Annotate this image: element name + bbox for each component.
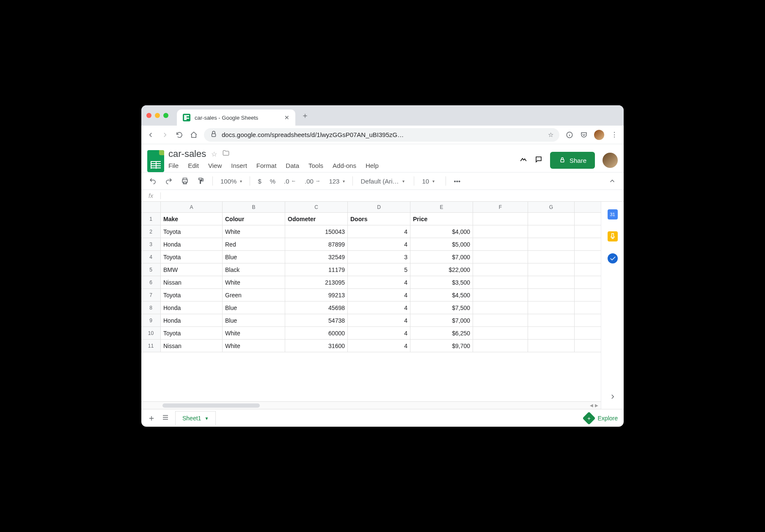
bookmark-star-icon[interactable]: ☆ xyxy=(548,131,553,139)
cell[interactable]: $3,500 xyxy=(410,276,473,288)
scrollbar-thumb[interactable] xyxy=(162,403,260,408)
font-selector[interactable]: Default (Ari… xyxy=(358,176,409,186)
col-header-c[interactable]: C xyxy=(285,202,348,212)
cell[interactable]: Honda xyxy=(161,302,223,314)
all-sheets-button[interactable] xyxy=(162,414,169,423)
cell[interactable]: $22,000 xyxy=(410,263,473,276)
calendar-sidebar-icon[interactable]: 31 xyxy=(608,209,618,219)
row-header[interactable]: 9 xyxy=(141,314,161,326)
cell[interactable]: Doors xyxy=(348,213,410,225)
col-header-b[interactable]: B xyxy=(223,202,285,212)
select-all-corner[interactable] xyxy=(141,202,161,212)
row-header[interactable]: 5 xyxy=(141,263,161,276)
row-header[interactable]: 3 xyxy=(141,238,161,250)
cell[interactable]: 31600 xyxy=(285,340,348,352)
menu-view[interactable]: View xyxy=(208,162,222,169)
print-button[interactable] xyxy=(179,176,191,186)
pocket-icon[interactable] xyxy=(580,131,588,139)
col-header-e[interactable]: E xyxy=(410,202,473,212)
back-button[interactable] xyxy=(146,131,155,139)
explore-button[interactable]: Explore xyxy=(584,414,618,423)
sheet-tab[interactable]: Sheet1 ▼ xyxy=(175,411,216,425)
cell[interactable]: 32549 xyxy=(285,251,348,263)
omnibox[interactable]: docs.google.com/spreadsheets/d/1lwyzGGsP… xyxy=(204,128,559,142)
increase-decimal-button[interactable]: .00→ xyxy=(302,176,323,186)
sheet-tab-menu-icon[interactable]: ▼ xyxy=(204,416,209,421)
paint-format-button[interactable] xyxy=(195,176,207,186)
menu-edit[interactable]: Edit xyxy=(188,162,199,169)
doc-title[interactable]: car-sales xyxy=(168,148,206,159)
format-percent-button[interactable]: % xyxy=(267,176,278,186)
activity-icon[interactable] xyxy=(520,156,527,165)
format-currency-button[interactable]: $ xyxy=(255,176,264,186)
maximize-window-button[interactable] xyxy=(163,113,168,118)
collapse-toolbar-button[interactable] xyxy=(606,176,619,186)
cell[interactable] xyxy=(473,263,528,276)
forward-button[interactable] xyxy=(161,131,169,139)
cell[interactable]: $5,000 xyxy=(410,238,473,250)
cell[interactable]: 150043 xyxy=(285,225,348,238)
add-sheet-button[interactable]: ＋ xyxy=(147,412,156,424)
cell[interactable]: White xyxy=(223,327,285,339)
cell[interactable]: Nissan xyxy=(161,276,223,288)
cell[interactable] xyxy=(473,213,528,225)
close-tab-button[interactable]: ✕ xyxy=(284,114,289,121)
cell[interactable]: White xyxy=(223,340,285,352)
cell[interactable]: Honda xyxy=(161,238,223,250)
menu-file[interactable]: File xyxy=(168,162,179,169)
menu-data[interactable]: Data xyxy=(286,162,299,169)
cell[interactable]: Odometer xyxy=(285,213,348,225)
row-header[interactable]: 10 xyxy=(141,327,161,339)
menu-help[interactable]: Help xyxy=(366,162,379,169)
cell[interactable]: 60000 xyxy=(285,327,348,339)
cell[interactable]: 4 xyxy=(348,340,410,352)
cell[interactable]: 3 xyxy=(348,251,410,263)
cell[interactable]: $4,000 xyxy=(410,225,473,238)
close-window-button[interactable] xyxy=(146,113,151,118)
cell[interactable] xyxy=(528,276,575,288)
cell[interactable]: $7,000 xyxy=(410,251,473,263)
cell[interactable] xyxy=(473,314,528,326)
cell[interactable]: Blue xyxy=(223,302,285,314)
cell[interactable]: 4 xyxy=(348,225,410,238)
cell[interactable]: Colour xyxy=(223,213,285,225)
cell[interactable] xyxy=(473,302,528,314)
cell[interactable]: Toyota xyxy=(161,225,223,238)
row-header[interactable]: 1 xyxy=(141,213,161,225)
cell[interactable]: 11179 xyxy=(285,263,348,276)
cell[interactable]: White xyxy=(223,225,285,238)
scroll-arrows[interactable]: ◀▶ xyxy=(590,403,601,408)
keep-sidebar-icon[interactable] xyxy=(608,231,618,241)
cell[interactable]: Green xyxy=(223,289,285,301)
cell[interactable]: 4 xyxy=(348,327,410,339)
star-doc-icon[interactable]: ☆ xyxy=(211,150,217,158)
cell[interactable]: 4 xyxy=(348,276,410,288)
col-header-a[interactable]: A xyxy=(161,202,223,212)
cell[interactable]: 213095 xyxy=(285,276,348,288)
menu-tools[interactable]: Tools xyxy=(308,162,323,169)
more-toolbar-button[interactable]: ••• xyxy=(451,176,463,186)
cell[interactable] xyxy=(473,289,528,301)
cell[interactable] xyxy=(528,263,575,276)
zoom-selector[interactable]: 100% xyxy=(218,176,245,186)
cell[interactable]: Price xyxy=(410,213,473,225)
col-header-f[interactable]: F xyxy=(473,202,528,212)
cell[interactable]: Red xyxy=(223,238,285,250)
row-header[interactable]: 11 xyxy=(141,340,161,352)
cell[interactable]: 54738 xyxy=(285,314,348,326)
row-header[interactable]: 6 xyxy=(141,276,161,288)
cell[interactable]: Black xyxy=(223,263,285,276)
share-button[interactable]: Share xyxy=(550,152,595,169)
cell[interactable]: 45698 xyxy=(285,302,348,314)
cell[interactable] xyxy=(528,238,575,250)
home-button[interactable] xyxy=(190,131,198,139)
cell[interactable]: Nissan xyxy=(161,340,223,352)
reload-button[interactable] xyxy=(175,131,184,139)
cell[interactable]: White xyxy=(223,276,285,288)
cell[interactable] xyxy=(528,314,575,326)
cell[interactable]: $9,700 xyxy=(410,340,473,352)
cell[interactable] xyxy=(528,289,575,301)
cell[interactable] xyxy=(528,327,575,339)
cell[interactable]: Toyota xyxy=(161,251,223,263)
cell[interactable] xyxy=(473,251,528,263)
